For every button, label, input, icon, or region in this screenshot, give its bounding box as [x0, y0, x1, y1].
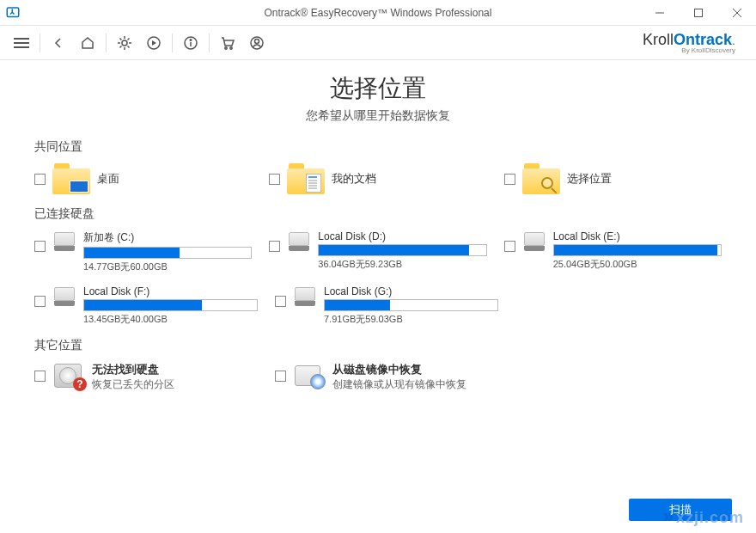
documents-folder-icon [287, 163, 325, 194]
toolbar: KrollOntrack. By KrollDiscovery [0, 26, 756, 60]
drive-stats: 7.91GB无59.03GB [324, 313, 498, 326]
drives-row-2: Local Disk (F:) 13.45GB无40.00GB Local Di… [34, 285, 722, 326]
lost-drive-icon: ? [52, 362, 85, 389]
disk-image-icon [293, 362, 326, 389]
location-label: 桌面 [97, 171, 119, 187]
checkbox[interactable] [275, 371, 286, 382]
checkbox[interactable] [34, 296, 46, 307]
drive-item[interactable]: Local Disk (F:) 13.45GB无40.00GB [34, 285, 258, 326]
drive-item[interactable]: Local Disk (G:) 7.91GB无59.03GB [275, 285, 498, 326]
section-other-title: 其它位置 [34, 338, 722, 353]
drive-name: Local Disk (G:) [324, 285, 498, 297]
other-disk-image[interactable]: 从磁盘镜像中恢复 创建镜像或从现有镜像中恢复 [275, 362, 550, 392]
brand-prefix: Kroll [643, 31, 674, 48]
home-button[interactable] [75, 30, 101, 56]
checkbox[interactable] [504, 241, 515, 252]
separator [40, 34, 40, 52]
drive-name: 新加卷 (C:) [83, 230, 252, 245]
page-subtitle: 您希望从哪里开始数据恢复 [34, 108, 722, 124]
drive-name: Local Disk (E:) [553, 230, 722, 242]
location-documents[interactable]: 我的文档 [269, 163, 486, 194]
common-locations-row: 桌面 我的文档 选择位置 [34, 163, 722, 194]
separator [209, 34, 210, 52]
brand-main: Ontrack [674, 31, 732, 48]
drive-stats: 14.77GB无60.00GB [83, 260, 252, 273]
drive-item[interactable]: 新加卷 (C:) 14.77GB无60.00GB [34, 230, 252, 273]
scan-button[interactable]: 扫描 [629, 499, 732, 521]
user-button[interactable] [244, 30, 270, 56]
drive-icon [522, 232, 546, 251]
settings-button[interactable] [112, 30, 137, 56]
other-title: 无法找到硬盘 [92, 362, 174, 377]
drive-icon [52, 232, 76, 251]
location-choose[interactable]: 选择位置 [504, 163, 722, 194]
maximize-button[interactable] [679, 0, 717, 26]
drive-icon [52, 287, 76, 306]
drive-icon [293, 287, 317, 306]
section-drives-title: 已连接硬盘 [34, 206, 722, 222]
info-button[interactable] [178, 30, 204, 56]
drive-name: Local Disk (F:) [83, 285, 258, 297]
svg-point-15 [230, 46, 232, 48]
svg-point-8 [122, 40, 127, 46]
drive-name: Local Disk (D:) [318, 230, 486, 242]
app-icon [0, 0, 26, 26]
svg-marker-10 [152, 40, 156, 46]
svg-point-17 [255, 39, 259, 43]
brand-logo: KrollOntrack. By KrollDiscovery [643, 32, 747, 54]
checkbox[interactable] [504, 174, 515, 185]
other-title: 从磁盘镜像中恢复 [332, 362, 466, 377]
choose-folder-icon [522, 163, 560, 194]
other-row: ? 无法找到硬盘 恢复已丢失的分区 从磁盘镜像中恢复 创建镜像或从现有镜像中恢复 [34, 362, 722, 392]
window-controls [640, 0, 756, 26]
other-subtitle: 恢复已丢失的分区 [92, 377, 174, 392]
drive-stats: 36.04GB无59.23GB [318, 258, 486, 271]
main-content: 选择位置 您希望从哪里开始数据恢复 共同位置 桌面 我的文档 选择位置 [0, 60, 756, 392]
separator [106, 34, 107, 52]
checkbox[interactable] [34, 174, 46, 185]
location-label: 我的文档 [332, 171, 376, 187]
section-common-title: 共同位置 [34, 139, 722, 155]
drives-row-1: 新加卷 (C:) 14.77GB无60.00GB Local Disk (D:)… [34, 230, 722, 273]
page-title: 选择位置 [34, 72, 722, 105]
checkbox[interactable] [34, 241, 46, 252]
cart-button[interactable] [215, 30, 241, 56]
location-label: 选择位置 [567, 171, 612, 187]
drive-stats: 13.45GB无40.00GB [83, 313, 258, 326]
location-desktop[interactable]: 桌面 [34, 163, 252, 194]
close-button[interactable] [717, 0, 756, 26]
brand-byline: By KrollDiscovery [643, 47, 735, 54]
drive-stats: 25.04GB无50.00GB [553, 258, 722, 271]
other-lost-drive[interactable]: ? 无法找到硬盘 恢复已丢失的分区 [34, 362, 258, 392]
checkbox[interactable] [269, 174, 280, 185]
checkbox[interactable] [34, 371, 46, 382]
svg-rect-2 [694, 9, 702, 16]
titlebar: Ontrack® EasyRecovery™ Windows Professio… [0, 0, 756, 26]
checkbox[interactable] [269, 241, 280, 252]
checkbox[interactable] [275, 296, 286, 307]
usage-bar [318, 244, 486, 256]
back-button[interactable] [46, 30, 71, 56]
usage-bar [324, 299, 498, 311]
separator [172, 34, 173, 52]
resume-button[interactable] [141, 30, 167, 56]
usage-bar [553, 244, 722, 256]
drive-item[interactable]: Local Disk (D:) 36.04GB无59.23GB [269, 230, 486, 273]
minimize-button[interactable] [640, 0, 679, 26]
usage-bar [83, 247, 252, 259]
svg-point-14 [225, 46, 227, 48]
other-subtitle: 创建镜像或从现有镜像中恢复 [332, 377, 466, 392]
desktop-folder-icon [52, 163, 90, 194]
svg-point-13 [190, 39, 192, 40]
usage-bar [83, 299, 258, 311]
drive-item[interactable]: Local Disk (E:) 25.04GB无50.00GB [504, 230, 722, 273]
drive-icon [287, 232, 311, 251]
menu-button[interactable] [9, 30, 34, 56]
